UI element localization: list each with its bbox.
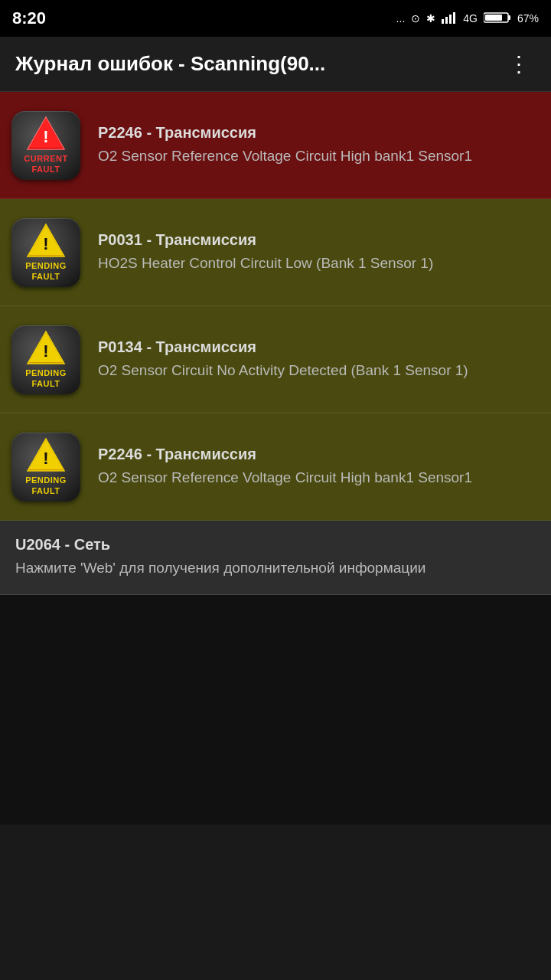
fault-content-4: P2246 - Трансмиссия O2 Sensor Reference … — [92, 413, 551, 520]
warning-triangle-icon-4: ! — [26, 437, 66, 472]
fault-content-3: P0134 - Трансмиссия O2 Sensor Circuit No… — [92, 306, 551, 413]
status-bar: 8:20 ... ⊙ ✱ 4G 67% — [0, 0, 551, 37]
fault-content-1: P2246 - Трансмиссия O2 Sensor Reference … — [92, 92, 551, 198]
svg-rect-0 — [442, 19, 444, 24]
fault-item-pending-3[interactable]: ! PENDING FAULT P2246 - Трансмиссия O2 S… — [0, 413, 551, 521]
fault-desc-2: HO2S Heater Control Circuit Low (Bank 1 … — [98, 253, 539, 274]
badge-icon-wrap: ! CURRENT FAULT — [11, 111, 80, 180]
circle-icon: ⊙ — [411, 12, 420, 24]
battery-percent: 67% — [517, 12, 539, 24]
svg-text:!: ! — [43, 234, 48, 253]
fault-code-4: P2246 - Трансмиссия — [98, 446, 539, 463]
svg-text:!: ! — [43, 449, 48, 468]
badge-label-pending-1: PENDING FAULT — [25, 261, 67, 281]
fault-item-pending-1[interactable]: ! PENDING FAULT P0031 - Трансмиссия HO2S… — [0, 199, 551, 306]
warning-triangle-icon-2: ! — [26, 223, 66, 258]
network-desc: Нажмите 'Web' для получения дополнительн… — [15, 558, 536, 579]
signal-icon — [442, 11, 457, 26]
fault-code-3: P0134 - Трансмиссия — [98, 338, 539, 356]
status-icons: ... ⊙ ✱ 4G 67% — [396, 11, 539, 26]
svg-rect-1 — [445, 17, 448, 24]
svg-rect-2 — [449, 15, 452, 24]
fault-desc-3: O2 Sensor Circuit No Activity Detected (… — [98, 361, 539, 381]
fault-badge-pending-2: ! PENDING FAULT — [0, 306, 92, 413]
warning-triangle-icon-3: ! — [26, 330, 66, 365]
badge-label-current: CURRENT FAULT — [24, 154, 67, 174]
network-fault-item[interactable]: U2064 - Сеть Нажмите 'Web' для получения… — [0, 521, 551, 595]
fault-item-pending-2[interactable]: ! PENDING FAULT P0134 - Трансмиссия O2 S… — [0, 306, 551, 413]
fault-badge-current: ! CURRENT FAULT — [0, 92, 92, 198]
bluetooth-icon: ✱ — [426, 12, 435, 24]
svg-text:!: ! — [43, 341, 48, 361]
badge-label-pending-3: PENDING FAULT — [25, 475, 67, 495]
network-type: 4G — [463, 12, 478, 24]
fault-badge-pending-3: ! PENDING FAULT — [0, 413, 92, 520]
dots-icon: ... — [396, 12, 406, 24]
fault-code-2: P0031 - Трансмиссия — [98, 231, 539, 249]
battery-icon — [484, 11, 511, 26]
badge-icon-wrap-3: ! PENDING FAULT — [11, 325, 80, 394]
fault-item-current[interactable]: ! CURRENT FAULT P2246 - Трансмиссия O2 S… — [0, 92, 551, 199]
menu-button[interactable]: ⋮ — [502, 45, 536, 83]
warning-triangle-icon: ! — [26, 116, 66, 151]
app-title: Журнал ошибок - Scanning(90... — [15, 52, 502, 76]
bottom-area — [0, 595, 551, 825]
badge-label-pending-2: PENDING FAULT — [25, 368, 67, 388]
svg-text:!: ! — [43, 127, 48, 146]
svg-rect-5 — [508, 15, 510, 20]
svg-rect-3 — [453, 12, 455, 24]
app-bar: Журнал ошибок - Scanning(90... ⋮ — [0, 37, 551, 92]
badge-icon-wrap-2: ! PENDING FAULT — [11, 218, 80, 287]
network-code: U2064 - Сеть — [15, 536, 536, 554]
fault-badge-pending-1: ! PENDING FAULT — [0, 199, 92, 305]
fault-list: ! CURRENT FAULT P2246 - Трансмиссия O2 S… — [0, 92, 551, 595]
badge-icon-wrap-4: ! PENDING FAULT — [11, 433, 80, 501]
svg-rect-6 — [485, 15, 502, 21]
fault-code-1: P2246 - Трансмиссия — [98, 124, 539, 142]
fault-desc-1: O2 Sensor Reference Voltage Circuit High… — [98, 146, 539, 167]
fault-desc-4: O2 Sensor Reference Voltage Circuit High… — [98, 468, 539, 488]
status-time: 8:20 — [12, 8, 46, 28]
fault-content-2: P0031 - Трансмиссия HO2S Heater Control … — [92, 199, 551, 305]
